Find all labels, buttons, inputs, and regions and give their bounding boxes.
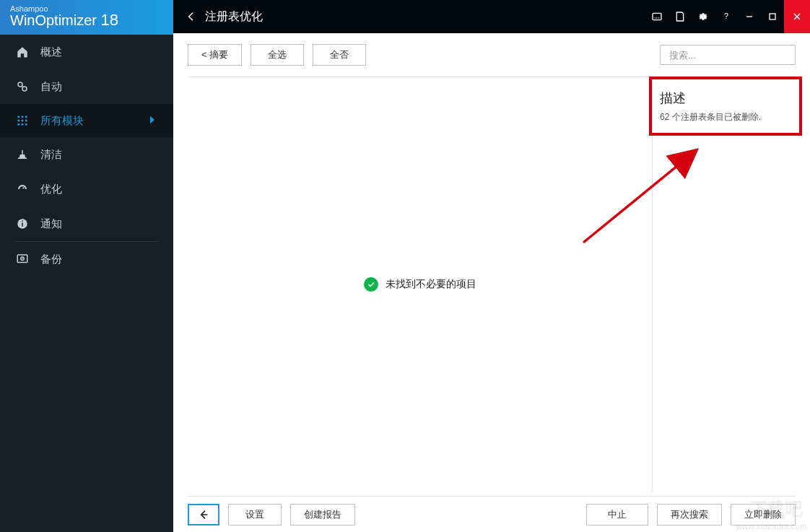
svg-point-17 <box>17 123 19 126</box>
bottom-bar: 设置 创建报告 中止 再次搜索 立即删除 <box>188 496 796 525</box>
auto-icon <box>14 79 30 95</box>
arrow-left-icon <box>198 509 209 520</box>
toolbar: < 摘要 全选 全否 <box>173 33 810 77</box>
sidebar-item-label: 所有模块 <box>40 114 84 128</box>
svg-rect-22 <box>22 221 23 222</box>
search-input[interactable] <box>669 50 791 61</box>
chevron-right-icon <box>146 113 159 128</box>
help-icon[interactable]: ? <box>715 0 738 33</box>
svg-point-3 <box>658 17 660 19</box>
svg-point-2 <box>656 17 658 19</box>
maximize-button[interactable] <box>761 0 784 33</box>
close-button[interactable] <box>784 0 810 33</box>
select-all-button[interactable]: 全选 <box>251 44 304 66</box>
sidebar-item-notifications[interactable]: 通知 <box>0 206 173 241</box>
search-box[interactable] <box>660 45 796 65</box>
safe-icon <box>14 251 30 267</box>
gauge-icon <box>14 181 30 197</box>
back-button[interactable] <box>180 6 202 27</box>
svg-point-1 <box>655 17 656 19</box>
svg-rect-6 <box>770 14 775 19</box>
description-panel: 描述 62 个注册表条目已被删除. <box>651 82 796 135</box>
svg-point-18 <box>22 123 24 126</box>
home-icon <box>14 44 30 60</box>
svg-point-25 <box>22 258 23 260</box>
sidebar-item-label: 备份 <box>40 253 62 266</box>
info-icon <box>14 216 30 232</box>
settings-button[interactable]: 设置 <box>228 504 282 526</box>
svg-point-13 <box>25 115 27 118</box>
rescan-button[interactable]: 再次搜索 <box>657 504 722 526</box>
notes-icon[interactable] <box>669 0 692 33</box>
svg-point-15 <box>22 120 24 122</box>
description-heading: 描述 <box>660 90 787 107</box>
svg-point-19 <box>25 123 27 126</box>
svg-point-14 <box>17 120 19 122</box>
create-report-button[interactable]: 创建报告 <box>290 504 355 526</box>
svg-point-26 <box>665 54 666 55</box>
sidebar-item-optimize[interactable]: 优化 <box>0 172 173 206</box>
svg-point-10 <box>22 87 27 91</box>
sidebar-item-label: 自动 <box>40 80 62 94</box>
sidebar-item-overview[interactable]: 概述 <box>0 35 173 69</box>
sidebar-item-all-modules[interactable]: 所有模块 <box>0 104 173 137</box>
sidebar: 概述 自动 所有模块 清洁 优化 通知 备份 <box>0 35 173 532</box>
svg-point-12 <box>22 115 24 118</box>
gear-icon[interactable] <box>692 0 715 33</box>
sidebar-item-label: 清洁 <box>40 148 62 162</box>
results-panel: 未找到不必要的项目 <box>188 77 653 492</box>
title-bar: 注册表优化 ? <box>173 0 810 33</box>
brand-panel: Ashampoo WinOptimizer 18 <box>0 0 173 35</box>
sidebar-item-auto[interactable]: 自动 <box>0 69 173 104</box>
modules-icon <box>14 113 30 128</box>
svg-point-16 <box>25 120 27 122</box>
svg-rect-0 <box>653 13 661 19</box>
back-arrow-button[interactable] <box>188 504 219 526</box>
svg-point-11 <box>17 115 19 118</box>
abort-button[interactable]: 中止 <box>586 504 648 526</box>
select-none-button[interactable]: 全否 <box>313 44 366 66</box>
summary-button[interactable]: < 摘要 <box>188 44 242 66</box>
svg-rect-21 <box>22 223 23 227</box>
brand-title: WinOptimizer 18 <box>10 11 163 30</box>
no-items-label: 未找到不必要的项目 <box>386 278 476 291</box>
svg-text:?: ? <box>724 12 728 20</box>
description-text: 62 个注册表条目已被删除. <box>660 111 787 123</box>
svg-point-9 <box>18 82 22 87</box>
content-area: < 摘要 全选 全否 未找到不必要的项目 描述 62 个注册表条目已被删除. 设… <box>173 33 810 532</box>
page-title: 注册表优化 <box>205 9 263 25</box>
sidebar-item-label: 概述 <box>40 45 62 59</box>
broom-icon <box>14 147 30 162</box>
sidebar-item-label: 优化 <box>40 183 62 196</box>
sidebar-item-label: 通知 <box>40 217 62 231</box>
no-items-message: 未找到不必要的项目 <box>364 277 476 292</box>
minimize-button[interactable] <box>738 0 761 33</box>
sidebar-item-backup[interactable]: 备份 <box>0 242 173 276</box>
search-icon <box>665 51 666 60</box>
sidebar-item-clean[interactable]: 清洁 <box>0 137 173 172</box>
news-icon[interactable] <box>645 0 669 33</box>
check-icon <box>364 277 378 292</box>
delete-now-button[interactable]: 立即删除 <box>731 504 796 526</box>
